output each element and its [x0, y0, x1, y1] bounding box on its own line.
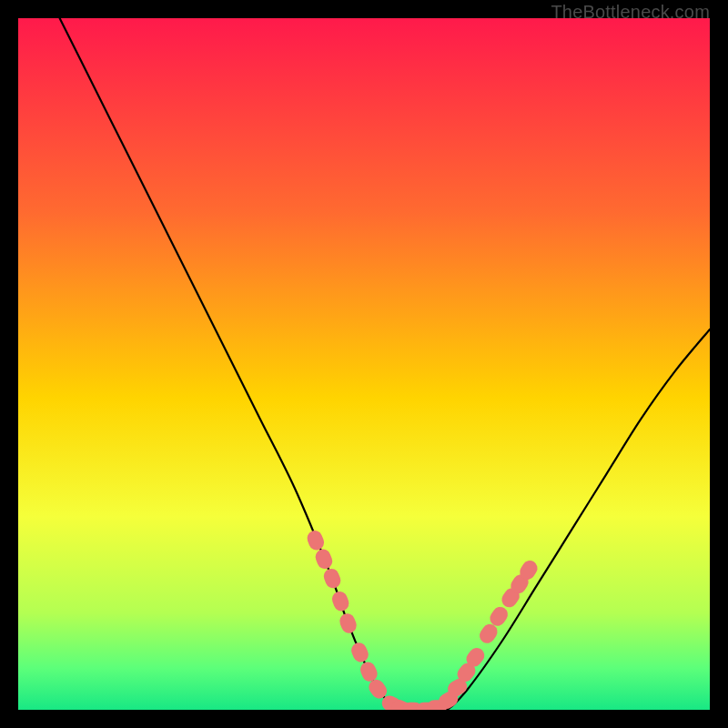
chart-frame: TheBottleneck.com — [0, 0, 728, 728]
plot-area — [18, 18, 710, 710]
chart-svg — [18, 18, 710, 710]
gradient-background — [18, 18, 710, 710]
watermark-text: TheBottleneck.com — [551, 2, 710, 23]
